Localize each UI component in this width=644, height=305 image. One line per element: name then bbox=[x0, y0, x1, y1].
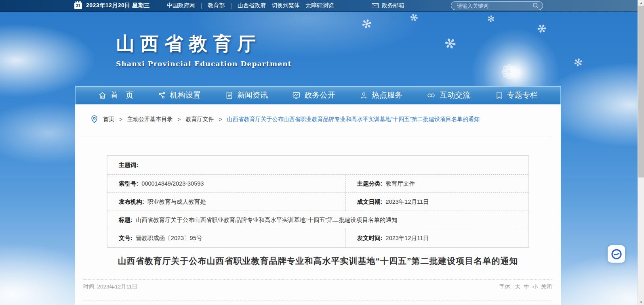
dandelion-seed-icon: ✻ bbox=[572, 56, 583, 69]
search-input[interactable] bbox=[457, 3, 532, 9]
font-size-large-button[interactable]: 大 bbox=[515, 283, 521, 290]
service-icon bbox=[360, 91, 368, 100]
nav-item-special-topics[interactable]: 专题专栏 bbox=[495, 90, 538, 100]
link-ministry-education[interactable]: 教育部 bbox=[208, 2, 225, 9]
meta-value: 山西省教育厅关于公布山西省职业教育品牌专业和高水平实训基地“十四五”第二批建设项… bbox=[136, 216, 398, 224]
divider bbox=[82, 136, 552, 136]
nav-label: 首 页 bbox=[110, 90, 133, 100]
scrollbar-thumb[interactable] bbox=[638, 6, 644, 178]
link-icon bbox=[427, 91, 436, 100]
meta-written-date: 成文日期: 2023年12月11日 bbox=[345, 193, 528, 211]
site-logo[interactable]: 山西省教育厅 Shanxi Provincial Education Depar… bbox=[116, 31, 292, 68]
search-icon[interactable] bbox=[532, 2, 539, 9]
meta-label: 主题词: bbox=[119, 161, 138, 169]
news-icon bbox=[225, 91, 234, 100]
scroll-up-arrow[interactable]: ▲ bbox=[638, 0, 644, 6]
font-size-controls: 字体: 大 中 小 关闭 bbox=[499, 283, 552, 290]
meta-label: 标题: bbox=[119, 216, 133, 224]
breadcrumb-current-page[interactable]: 山西省教育厅关于公布山西省职业教育品牌专业和高水平实训基地“十四五”第二批建设项… bbox=[227, 116, 480, 123]
nav-label: 新闻资讯 bbox=[237, 90, 268, 100]
gov-mailbox-link[interactable]: 政务邮箱 bbox=[372, 2, 404, 9]
dandelion-seed-icon: ✻ bbox=[360, 16, 373, 32]
topbar-links: 中国政府网 | 教育部 | 山西省政府 切换到繁体 无障碍浏览 bbox=[167, 2, 334, 9]
scroll-down-arrow[interactable]: ▼ bbox=[638, 299, 644, 305]
nav-item-gov-open[interactable]: 政务公开 bbox=[292, 90, 335, 100]
meta-label: 索引号: bbox=[119, 180, 138, 188]
font-size-medium-button[interactable]: 中 bbox=[524, 283, 529, 290]
envelope-icon bbox=[372, 3, 379, 8]
share-widget-button[interactable] bbox=[608, 245, 625, 263]
site-title: 山西省教育厅 bbox=[116, 31, 292, 56]
share-icon bbox=[611, 249, 622, 260]
meta-label: 文号: bbox=[119, 234, 133, 242]
link-accessibility[interactable]: 无障碍浏览 bbox=[305, 2, 334, 9]
article-time: 时间: 2023年12月11日 bbox=[83, 283, 137, 290]
nav-label: 互动交流 bbox=[440, 90, 470, 100]
topbar-date: 2023年12月20日 星期三 bbox=[86, 2, 150, 9]
divider: | bbox=[230, 2, 232, 9]
org-icon bbox=[158, 91, 166, 100]
vertical-scrollbar[interactable]: ▲ ▼ bbox=[638, 0, 644, 305]
meta-subject-words: 主题词: bbox=[107, 156, 145, 174]
meta-index-number: 索引号: 000014349/2023-30593 bbox=[107, 175, 345, 192]
breadcrumb-separator: > bbox=[219, 116, 222, 123]
close-button[interactable]: 关闭 bbox=[541, 283, 552, 290]
time-label: 时间: bbox=[83, 284, 96, 290]
meta-publish-time: 发文时间: 2023年12月11日 bbox=[345, 229, 528, 247]
dandelion-seed-icon: ✻ bbox=[484, 13, 497, 25]
font-size-small-button[interactable]: 小 bbox=[532, 283, 538, 290]
meta-document-number: 文号: 晋教职成函〔2023〕95号 bbox=[107, 229, 345, 247]
document-meta-table: 主题词: 索引号: 000014349/2023-30593 主题分类: 教育厅… bbox=[107, 155, 529, 248]
gov-open-icon bbox=[292, 91, 301, 100]
table-row: 索引号: 000014349/2023-30593 主题分类: 教育厅文件 bbox=[107, 174, 528, 192]
nav-item-hot-services[interactable]: 热点服务 bbox=[360, 90, 402, 100]
meta-label: 发布机构: bbox=[119, 198, 144, 206]
meta-label: 发文时间: bbox=[357, 234, 383, 242]
article-title: 山西省教育厅关于公布山西省职业教育品牌专业和高水平实训基地“十四五”第二批建设项… bbox=[95, 255, 541, 267]
breadcrumb-separator: > bbox=[177, 116, 181, 123]
meta-topic-category: 主题分类: 教育厅文件 bbox=[345, 175, 528, 192]
topbar: 31 2023年12月20日 星期三 中国政府网 | 教育部 | 山西省政府 切… bbox=[0, 0, 644, 12]
dandelion-seed-icon: ✻ bbox=[408, 11, 420, 24]
site-subtitle: Shanxi Provincial Education Department bbox=[116, 60, 292, 68]
link-shanxi-gov[interactable]: 山西省政府 bbox=[238, 2, 266, 9]
location-pin-icon bbox=[90, 115, 98, 124]
dandelion-head-icon: ❁ bbox=[501, 61, 517, 83]
table-row: 发布机构: 职业教育与成人教育处 成文日期: 2023年12月11日 bbox=[107, 192, 528, 211]
nav-item-news[interactable]: 新闻资讯 bbox=[225, 90, 268, 100]
meta-value: 晋教职成函〔2023〕95号 bbox=[136, 234, 202, 242]
breadcrumb-home[interactable]: 首页 bbox=[103, 116, 114, 123]
article-meta: 时间: 2023年12月11日 字体: 大 中 小 关闭 bbox=[83, 279, 552, 290]
home-icon bbox=[98, 91, 107, 100]
nav-label: 热点服务 bbox=[372, 90, 402, 100]
font-label: 字体: bbox=[499, 283, 512, 290]
meta-value: 教育厅文件 bbox=[386, 180, 415, 188]
link-china-gov[interactable]: 中国政府网 bbox=[167, 2, 195, 9]
meta-value: 职业教育与成人教育处 bbox=[147, 198, 206, 206]
topbar-right: 政务邮箱 bbox=[372, 1, 543, 10]
bookmark-icon bbox=[495, 91, 503, 100]
breadcrumb: 首页 > 主动公开基本目录 > 教育厅文件 > 山西省教育厅关于公布山西省职业教… bbox=[90, 115, 549, 124]
meta-value: 2023年12月11日 bbox=[386, 234, 429, 242]
dandelion-seed-icon: ✻ bbox=[440, 34, 460, 54]
meta-value: 000014349/2023-30593 bbox=[141, 180, 204, 187]
link-traditional-chinese[interactable]: 切换到繁体 bbox=[271, 2, 300, 9]
table-row: 标题: 山西省教育厅关于公布山西省职业教育品牌专业和高水平实训基地“十四五”第二… bbox=[107, 211, 528, 229]
divider: | bbox=[201, 2, 202, 9]
calendar-icon: 31 bbox=[74, 2, 82, 9]
meta-label: 成文日期: bbox=[357, 198, 383, 206]
table-row: 主题词: bbox=[107, 156, 528, 174]
meta-value: 2023年12月11日 bbox=[386, 198, 429, 206]
nav-item-home[interactable]: 首 页 bbox=[98, 90, 133, 100]
page: ✻ ✻ ✻ ✻ ✻ ✻ ❁ 31 2023年12月20日 星期三 中国政府网 |… bbox=[0, 0, 644, 305]
nav-item-interaction[interactable]: 互动交流 bbox=[427, 90, 470, 100]
nav-item-organization[interactable]: 机构设置 bbox=[158, 90, 201, 100]
breadcrumb-documents[interactable]: 教育厅文件 bbox=[185, 116, 214, 123]
nav-label: 政务公开 bbox=[304, 90, 335, 100]
gov-mailbox-label: 政务邮箱 bbox=[382, 2, 404, 9]
meta-label: 主题分类: bbox=[357, 180, 383, 188]
meta-issuing-agency: 发布机构: 职业教育与成人教育处 bbox=[107, 193, 345, 211]
main-nav: 首 页 机构设置 新闻资讯 政务公开 bbox=[75, 86, 561, 104]
content-panel: 首页 > 主动公开基本目录 > 教育厅文件 > 山西省教育厅关于公布山西省职业教… bbox=[75, 104, 561, 305]
breadcrumb-catalog[interactable]: 主动公开基本目录 bbox=[127, 116, 173, 123]
